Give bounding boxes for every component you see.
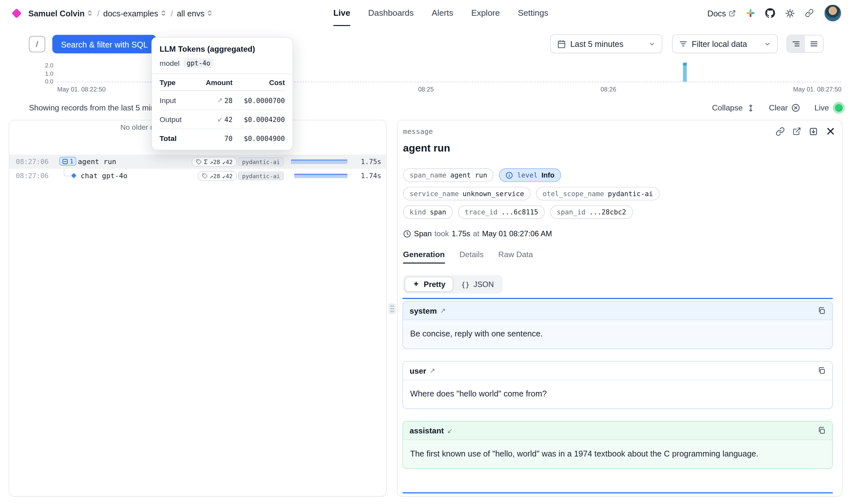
llm-tokens-tooltip: LLM Tokens (aggregated) model gpt-4o Typ… [151,37,293,150]
close-icon[interactable] [826,126,836,137]
tab-alerts[interactable]: Alerts [432,0,453,26]
copy-link-icon[interactable] [776,126,785,136]
trace-row-chat-gpt-4o[interactable]: 08:27:06 chat gpt-4o ↗28 ↙42 pydantic-ai… [9,169,386,183]
toolbar: / Search & filter with SQL Last 5 minute… [0,34,854,56]
logfire-app: Samuel Colvin / docs-examples / all envs [0,0,854,504]
tab-generation[interactable]: Generation [403,250,445,264]
env-name: all envs [177,8,204,18]
duration-bar [294,174,347,178]
collapse-icon [746,104,755,112]
message-list: system ↗ Be concise, reply with one sent… [403,301,833,481]
message-card-assistant: assistant ↙ The first known use of "hell… [403,421,833,469]
env-switcher[interactable]: all envs [177,8,213,18]
message-card-system: system ↗ Be concise, reply with one sent… [403,301,833,349]
filter-local-data-dropdown[interactable]: Filter local data [672,34,778,53]
search-filter-button[interactable]: Search & filter with SQL [52,35,156,54]
copy-icon[interactable] [817,307,825,314]
role-label: system [410,306,437,315]
tree-view-toggle[interactable] [787,35,805,52]
docs-link[interactable]: Docs [707,8,736,18]
live-label: Live [815,103,829,112]
org-switcher[interactable]: Samuel Colvin [28,8,93,18]
tab-live[interactable]: Live [333,0,350,26]
clear-button[interactable]: Clear [769,103,800,112]
clock-icon [403,230,411,237]
breadcrumb: Samuel Colvin / docs-examples / all envs [9,0,213,26]
chevron-down-icon [764,40,770,47]
message-text: Be concise, reply with one sentence. [403,320,832,349]
project-switcher[interactable]: docs-examples [103,8,167,18]
json-label: JSON [474,280,494,289]
span-name-label: chat gpt-4o [80,169,127,183]
x-tick: May 01. 08:22:50 [57,86,106,92]
tab-dashboards[interactable]: Dashboards [368,0,414,26]
chevron-up-down-icon [207,10,213,16]
view-mode-toggle: Pretty {} JSON [403,275,503,294]
live-toggle[interactable]: Live [815,102,845,114]
tooltip-row-total: Total 70 $0.0004900 [160,129,285,148]
flat-view-toggle[interactable] [805,35,823,52]
copy-icon[interactable] [817,426,825,434]
span-name-label: agent run [78,155,116,169]
histogram-bar [683,62,687,82]
tab-details[interactable]: Details [459,250,484,264]
duration-label: 1.74s [361,169,381,183]
records-histogram[interactable]: 2.0 1.0 0.0 May 01. 08:22:50 08:25 08:26… [0,59,854,97]
attr-kind: kind span [403,205,453,219]
attribute-pills: span_name agent run level Info service_n… [403,168,659,224]
attr-otel-scope-name: otel_scope_name pydantic-ai [536,187,660,200]
panel-resize-handle[interactable] [388,303,396,314]
detail-tabs: Generation Details Raw Data [403,250,533,264]
timing-word: at [473,229,479,238]
docs-label: Docs [707,8,726,18]
slack-icon[interactable] [746,9,755,17]
detail-header: message [403,125,835,138]
tooltip-row-input: Input ↗28 $0.0000700 [160,91,285,110]
time-range-dropdown[interactable]: Last 5 minutes [550,34,662,53]
project-name: docs-examples [103,8,158,18]
out-arrow-icon: ↙ [217,115,223,123]
pretty-toggle[interactable]: Pretty [404,277,453,292]
pretty-label: Pretty [424,280,445,289]
share-link-icon[interactable] [805,9,814,17]
trace-row-agent-run[interactable]: 08:27:06 1 agent run Σ ↗28 ↙42 pydantic-… [9,155,386,169]
tag-icon [202,173,208,179]
user-avatar[interactable] [824,4,841,22]
x-tick: 08:26 [586,86,630,92]
github-icon[interactable] [765,8,775,18]
json-toggle[interactable]: {} JSON [454,277,501,292]
copy-icon[interactable] [817,366,825,375]
breadcrumb-separator: / [97,8,99,18]
message-text: The first known use of "hello, world" wa… [403,440,832,468]
timing-word: Span [414,229,432,238]
attr-trace-id: trace_id ...6c8115 [458,205,545,219]
children-count-badge[interactable]: 1 [59,157,76,166]
scope-badge: pydantic-ai [238,172,284,180]
trace-timestamp: 08:27:06 [16,155,49,169]
tokens-out: ↙42 [222,159,233,165]
save-view-icon[interactable] [809,126,818,136]
tab-explore[interactable]: Explore [471,0,500,26]
role-label: assistant [410,426,444,435]
scroll-top-rule [403,298,833,299]
theme-toggle-sun-icon[interactable] [785,8,795,18]
model-value-chip: gpt-4o [183,58,214,68]
open-in-new-icon[interactable] [792,127,801,136]
model-key: model [160,59,180,67]
primary-nav: Live Dashboards Alerts Explore Settings [333,0,548,26]
tooltip-row-output: Output ↙42 $0.0004200 [160,110,285,129]
tab-raw-data[interactable]: Raw Data [498,250,533,264]
tokens-in: ↗28 [210,159,220,165]
breadcrumb-separator: / [171,8,173,18]
direction-arrow-icon: ↙ [447,426,453,434]
tokens-in: ↗28 [210,173,220,179]
timing-word: took [434,229,449,238]
time-range-label: Last 5 minutes [570,39,623,49]
slash-shortcut-key[interactable]: / [29,36,45,52]
collapse-button[interactable]: Collapse [712,103,755,112]
scope-badge: pydantic-ai [238,157,284,166]
direction-arrow-icon: ↗ [440,307,446,314]
trace-list-panel: No older records 08:27:06 1 agent run Σ … [9,120,386,497]
top-nav: Samuel Colvin / docs-examples / all envs [0,0,854,26]
tab-settings[interactable]: Settings [518,0,548,26]
